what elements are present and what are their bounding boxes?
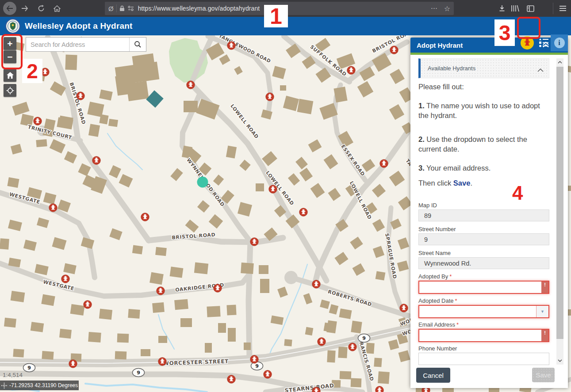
instruction-step: 3. Your email address. bbox=[418, 163, 546, 173]
hydrant-marker[interactable] bbox=[390, 46, 399, 54]
street-number-input[interactable]: 9 bbox=[418, 233, 549, 245]
legend-icon bbox=[538, 38, 548, 47]
street-name-input[interactable]: Wynnewood Rd. bbox=[418, 257, 549, 269]
save-link[interactable]: Save bbox=[453, 179, 471, 187]
permissions-icon[interactable] bbox=[128, 5, 134, 11]
scroll-down-button[interactable] bbox=[556, 357, 563, 365]
hydrant-marker[interactable] bbox=[349, 343, 357, 351]
hydrant-marker[interactable] bbox=[250, 355, 259, 364]
building bbox=[65, 55, 77, 70]
hydrant-marker[interactable] bbox=[299, 208, 308, 217]
selected-hydrant-marker[interactable] bbox=[197, 177, 208, 188]
hydrant-marker[interactable] bbox=[61, 275, 70, 283]
hydrant-marker[interactable] bbox=[380, 160, 388, 168]
required-asterisk: * bbox=[449, 273, 452, 280]
sidebar-toggle-button[interactable] bbox=[526, 5, 534, 12]
cancel-button[interactable]: Cancel bbox=[416, 368, 450, 383]
building bbox=[205, 343, 212, 353]
tracking-protection-icon[interactable]: Ø bbox=[108, 5, 114, 12]
panel-scrollbar-thumb[interactable] bbox=[556, 67, 563, 339]
annotation-3: 3 bbox=[499, 21, 511, 45]
hydrant-marker[interactable] bbox=[214, 284, 222, 293]
street-name-value: Wynnewood Rd. bbox=[424, 260, 471, 267]
instruction-step: 2. Use the dropdown to select the curren… bbox=[418, 134, 546, 154]
hydrant-marker[interactable] bbox=[266, 93, 274, 101]
home-button[interactable] bbox=[4, 69, 16, 82]
section-title: Available Hydrants bbox=[428, 65, 475, 72]
hydrant-marker[interactable] bbox=[227, 42, 236, 50]
save-button[interactable]: Save bbox=[532, 368, 555, 382]
hydrant-marker[interactable] bbox=[400, 304, 408, 312]
home-button-browser[interactable] bbox=[53, 5, 61, 12]
hydrant-marker[interactable] bbox=[264, 370, 272, 379]
building bbox=[128, 309, 140, 319]
downloads-button[interactable] bbox=[498, 5, 506, 12]
map-id-input[interactable]: 89 bbox=[418, 209, 549, 221]
hydrant-marker[interactable] bbox=[49, 204, 57, 212]
back-button[interactable] bbox=[3, 2, 16, 15]
adopted-by-input[interactable]: ! bbox=[418, 281, 549, 294]
hydrant-marker[interactable] bbox=[318, 338, 326, 346]
road bbox=[249, 242, 250, 359]
hydrant-marker[interactable] bbox=[77, 92, 85, 100]
address-search: Search for Address bbox=[26, 37, 146, 52]
annotation-outline-zoom-controls bbox=[1, 34, 23, 69]
scroll-up-button[interactable] bbox=[556, 58, 563, 66]
hydrant-marker[interactable] bbox=[227, 375, 236, 384]
building bbox=[194, 262, 208, 274]
hydrant-marker[interactable] bbox=[347, 66, 356, 75]
building bbox=[180, 318, 192, 327]
panel-accent-line bbox=[410, 53, 568, 55]
building bbox=[7, 177, 19, 188]
forward-button[interactable] bbox=[21, 5, 29, 12]
hydrant-marker[interactable] bbox=[69, 360, 77, 368]
hydrant-marker[interactable] bbox=[84, 301, 92, 309]
search-input[interactable]: Search for Address bbox=[26, 41, 129, 48]
page-actions-icon[interactable]: ⋯ bbox=[431, 4, 438, 12]
hydrant-marker[interactable] bbox=[158, 358, 167, 366]
building bbox=[228, 328, 236, 342]
hydrant-marker[interactable] bbox=[187, 81, 195, 89]
building bbox=[117, 334, 129, 343]
building bbox=[31, 322, 44, 332]
hydrant-marker[interactable] bbox=[92, 156, 101, 165]
phone-number-input[interactable] bbox=[418, 353, 549, 365]
reload-button[interactable] bbox=[37, 5, 45, 12]
locate-button[interactable] bbox=[4, 84, 16, 97]
hydrant-marker[interactable] bbox=[157, 287, 165, 295]
hydrant-marker[interactable] bbox=[250, 238, 259, 246]
adopted-date-dropdown-button[interactable]: ▼ bbox=[536, 306, 548, 317]
library-button[interactable] bbox=[510, 5, 520, 12]
search-button[interactable] bbox=[129, 38, 146, 51]
lock-icon bbox=[119, 5, 125, 11]
email-address-input[interactable]: ! bbox=[418, 329, 549, 342]
building bbox=[305, 327, 314, 336]
building bbox=[13, 349, 24, 358]
menu-button[interactable] bbox=[558, 5, 567, 12]
annotation-4: 4 bbox=[512, 182, 523, 204]
hydrant-marker[interactable] bbox=[269, 185, 277, 194]
building bbox=[42, 351, 54, 360]
adopted-date-input[interactable]: ▼ bbox=[418, 305, 549, 318]
info-button[interactable]: i bbox=[551, 34, 568, 51]
bookmark-star-icon[interactable]: ☆ bbox=[444, 4, 450, 13]
building bbox=[378, 371, 390, 384]
toolbar-separator bbox=[553, 3, 553, 14]
coordinate-bar: -71.29253 42.31190 Degrees bbox=[0, 381, 79, 390]
available-hydrants-section[interactable]: Available Hydrants bbox=[418, 58, 549, 78]
email-address-label: Email Address* bbox=[418, 321, 459, 328]
hydrant-marker[interactable] bbox=[34, 117, 42, 126]
hydrant-marker[interactable] bbox=[141, 213, 149, 221]
building bbox=[126, 81, 149, 101]
section-chevron-up-icon[interactable] bbox=[537, 66, 544, 74]
hydrant-marker[interactable] bbox=[312, 280, 321, 289]
annotation-outline-hydrant-tool bbox=[517, 17, 540, 39]
route-shield-number: 9 bbox=[362, 335, 366, 341]
building bbox=[351, 378, 362, 388]
locate-icon bbox=[6, 87, 14, 95]
route-shield-number: 9 bbox=[137, 370, 140, 376]
legend-button[interactable] bbox=[538, 38, 548, 48]
url-text[interactable]: https://www.wellesleyma.gov/adoptahydran… bbox=[138, 5, 260, 12]
panel-title: Adopt Hydrant bbox=[417, 38, 463, 53]
building bbox=[158, 336, 167, 343]
